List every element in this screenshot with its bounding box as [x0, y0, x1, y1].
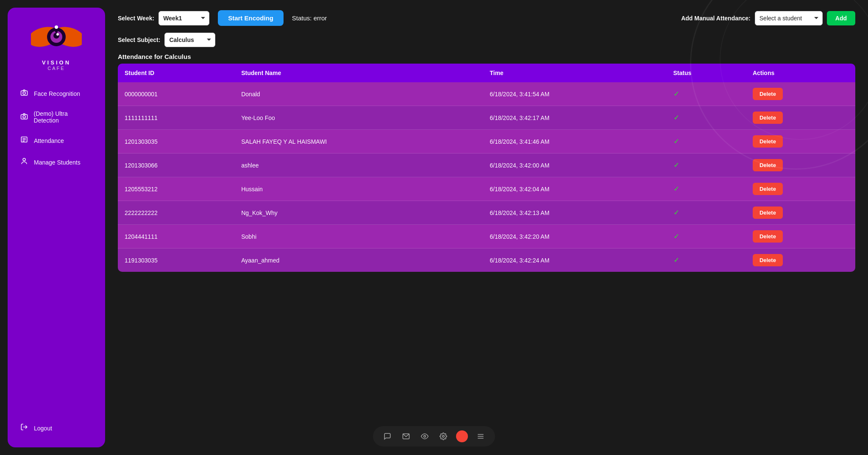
cell-student-name: Hussain [234, 177, 483, 201]
cell-actions: Delete [746, 248, 855, 272]
status-check-icon: ✓ [673, 162, 679, 169]
logout-label: Logout [34, 425, 52, 432]
status-check-icon: ✓ [673, 114, 679, 121]
sidebar-logo: VISION CAFE [14, 18, 98, 71]
cell-actions: Delete [746, 177, 855, 201]
cell-status: ✓ [667, 248, 746, 272]
table-row: 1205553212 Hussain 6/18/2024, 3:42:04 AM… [118, 177, 855, 201]
cell-student-name: Ng_Kok_Why [234, 201, 483, 225]
week-selector-group: Select Week: Week1 Week2 Week3 Week4 [118, 11, 209, 25]
cell-student-name: Yee-Loo Foo [234, 106, 483, 130]
cell-status: ✓ [667, 201, 746, 225]
cell-student-name: SALAH FAYEQ Y AL HAISMAWI [234, 130, 483, 154]
cell-student-id: 0000000001 [118, 82, 234, 106]
logo-icon [31, 18, 82, 56]
cell-time: 6/18/2024, 3:42:13 AM [483, 201, 666, 225]
controls-row-1: Select Week: Week1 Week2 Week3 Week4 Sta… [118, 10, 855, 26]
status-check-icon: ✓ [673, 209, 679, 216]
week-select[interactable]: Week1 Week2 Week3 Week4 [159, 11, 209, 25]
manual-attendance-group: Add Manual Attendance: Select a student … [681, 11, 855, 25]
taskbar-menu-icon[interactable] [475, 430, 487, 442]
col-status: Status [667, 64, 746, 82]
table-row: 2222222222 Ng_Kok_Why 6/18/2024, 3:42:13… [118, 201, 855, 225]
col-time: Time [483, 64, 666, 82]
table-row: 1201303035 SALAH FAYEQ Y AL HAISMAWI 6/1… [118, 130, 855, 154]
logout-button[interactable]: Logout [14, 419, 98, 437]
sidebar-item-demo-ultra-label: (Demo) Ultra Detection [34, 110, 93, 124]
table-row: 0000000001 Donald 6/18/2024, 3:41:54 AM … [118, 82, 855, 106]
taskbar-chat-icon[interactable] [381, 430, 393, 442]
cell-student-name: Sobhi [234, 225, 483, 248]
svg-point-5 [56, 33, 59, 36]
camera-icon [19, 89, 29, 98]
cell-time: 6/18/2024, 3:42:17 AM [483, 106, 666, 130]
cell-time: 6/18/2024, 3:42:04 AM [483, 177, 666, 201]
table-row: 1111111111 Yee-Loo Foo 6/18/2024, 3:42:1… [118, 106, 855, 130]
col-actions: Actions [746, 64, 855, 82]
taskbar-gear-icon[interactable] [437, 430, 449, 442]
delete-button[interactable]: Delete [753, 135, 783, 148]
student-select[interactable]: Select a student [755, 11, 823, 25]
delete-button[interactable]: Delete [753, 159, 783, 171]
cell-actions: Delete [746, 130, 855, 154]
cell-student-id: 1201303066 [118, 154, 234, 177]
cell-student-id: 1204441111 [118, 225, 234, 248]
taskbar-mail-icon[interactable] [400, 430, 412, 442]
table-row: 1191303035 Ayaan_ahmed 6/18/2024, 3:42:2… [118, 248, 855, 272]
add-button[interactable]: Add [827, 11, 855, 25]
sidebar-item-attendance-label: Attendance [34, 137, 64, 144]
svg-point-11 [23, 115, 25, 118]
sidebar-item-face-recognition[interactable]: Face Recognition [14, 84, 98, 103]
svg-point-16 [23, 158, 25, 161]
cell-status: ✓ [667, 177, 746, 201]
list-icon [19, 136, 29, 145]
status-check-icon: ✓ [673, 138, 679, 145]
bottom-taskbar [373, 426, 495, 447]
cell-student-id: 2222222222 [118, 201, 234, 225]
delete-button[interactable]: Delete [753, 112, 783, 124]
status-check-icon: ✓ [673, 233, 679, 240]
start-encoding-button[interactable]: Start Encoding [218, 10, 284, 26]
sidebar-nav: Face Recognition (Demo) Ultra Detection … [14, 84, 98, 419]
cell-actions: Delete [746, 154, 855, 177]
cell-student-name: Ayaan_ahmed [234, 248, 483, 272]
subject-select[interactable]: Calculus Math Physics Chemistry [164, 33, 215, 47]
cell-student-id: 1205553212 [118, 177, 234, 201]
cell-time: 6/18/2024, 3:41:46 AM [483, 130, 666, 154]
logo-sub-text: CAFE [14, 66, 98, 71]
col-student-id: Student ID [118, 64, 234, 82]
logo-brand-text: VISION [14, 59, 98, 66]
sidebar-item-attendance[interactable]: Attendance [14, 131, 98, 150]
delete-button[interactable]: Delete [753, 207, 783, 219]
add-manual-label: Add Manual Attendance: [681, 15, 751, 22]
col-student-name: Student Name [234, 64, 483, 82]
cell-status: ✓ [667, 82, 746, 106]
sidebar-item-manage-students[interactable]: Manage Students [14, 153, 98, 171]
logout-icon [19, 423, 29, 433]
table-row: 1204441111 Sobhi 6/18/2024, 3:42:20 AM ✓… [118, 225, 855, 248]
cell-student-name: Donald [234, 82, 483, 106]
sidebar-item-face-recognition-label: Face Recognition [34, 90, 80, 97]
cell-student-name: ashlee [234, 154, 483, 177]
select-week-label: Select Week: [118, 15, 154, 22]
cell-status: ✓ [667, 225, 746, 248]
svg-point-19 [424, 435, 426, 438]
delete-button[interactable]: Delete [753, 230, 783, 243]
cell-status: ✓ [667, 130, 746, 154]
select-subject-label: Select Subject: [118, 36, 160, 43]
taskbar-avatar-icon[interactable] [456, 430, 468, 442]
svg-point-20 [442, 435, 445, 438]
delete-button[interactable]: Delete [753, 254, 783, 266]
sidebar-item-demo-ultra[interactable]: (Demo) Ultra Detection [14, 106, 98, 128]
delete-button[interactable]: Delete [753, 88, 783, 100]
status-check-icon: ✓ [673, 185, 679, 193]
taskbar-eye-icon[interactable] [419, 430, 431, 442]
cell-status: ✓ [667, 106, 746, 130]
sidebar-item-manage-students-label: Manage Students [34, 159, 81, 166]
cell-actions: Delete [746, 82, 855, 106]
status-check-icon: ✓ [673, 90, 679, 98]
cell-time: 6/18/2024, 3:42:20 AM [483, 225, 666, 248]
cell-time: 6/18/2024, 3:42:00 AM [483, 154, 666, 177]
table-title: Attendance for Calculus [118, 53, 855, 60]
delete-button[interactable]: Delete [753, 183, 783, 195]
